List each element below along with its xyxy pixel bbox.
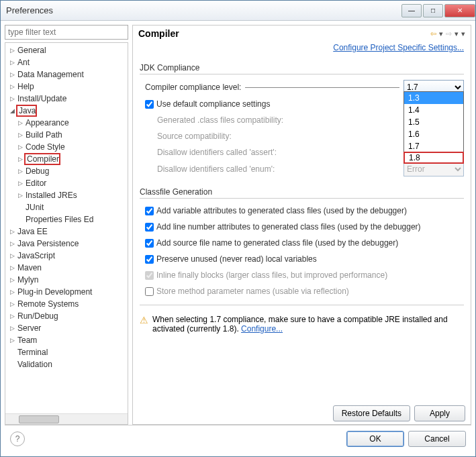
twisty-icon: ▷ [16, 119, 24, 126]
left-panel: ▷General▷Ant▷Data Management▷Help▷Instal… [5, 25, 128, 425]
twisty-icon: ▷ [8, 289, 16, 295]
tree-item-terminal[interactable]: Terminal [5, 346, 128, 358]
tree-item-label: Properties Files Ed [24, 215, 93, 224]
dropdown-option-1-5[interactable]: 1.5 [404, 116, 463, 128]
twisty-icon: ▷ [16, 144, 24, 150]
dropdown-option-1-6[interactable]: 1.6 [404, 128, 463, 140]
src-file-checkbox[interactable] [145, 239, 154, 248]
twisty-icon: ▷ [8, 264, 16, 271]
tree-item-label: Editor [24, 179, 46, 188]
store-label: Store method parameter names (usable via… [156, 287, 349, 296]
tree-item-label: Team [16, 336, 37, 345]
horizontal-scrollbar[interactable] [5, 413, 128, 424]
tree-item-label: Data Management [16, 70, 84, 79]
preserve-checkbox[interactable] [145, 255, 154, 264]
cancel-button[interactable]: Cancel [408, 431, 466, 447]
apply-button[interactable]: Apply [414, 405, 465, 421]
tree-item-label: JavaScript [16, 251, 55, 260]
tree-item-javascript[interactable]: ▷JavaScript [5, 250, 128, 262]
tree-item-team[interactable]: ▷Team [5, 334, 128, 346]
filter-input[interactable] [5, 25, 128, 40]
inline-checkbox [145, 271, 154, 280]
tree-item-server[interactable]: ▷Server [5, 322, 128, 334]
tree-item-remote-systems[interactable]: ▷Remote Systems [5, 298, 128, 310]
tree-item-label: Ant [16, 58, 30, 67]
tree-item-general[interactable]: ▷General [5, 44, 128, 56]
tree-item-label: Debug [24, 166, 49, 176]
twisty-icon: ▷ [16, 168, 24, 174]
tree-item-code-style[interactable]: ▷Code Style [5, 141, 128, 153]
compliance-level-label: Compiler compliance level: [145, 83, 241, 92]
maximize-button[interactable]: □ [423, 4, 443, 17]
tree-item-maven[interactable]: ▷Maven [5, 262, 128, 274]
tree-item-java-ee[interactable]: ▷Java EE [5, 225, 128, 238]
minimize-button[interactable]: — [401, 4, 422, 17]
tree-item-mylyn[interactable]: ▷Mylyn [5, 274, 128, 286]
restore-defaults-button[interactable]: Restore Defaults [333, 405, 410, 421]
configure-link[interactable]: Configure... [241, 324, 283, 334]
tree-item-installed-jres[interactable]: ▷Installed JREs [5, 189, 128, 201]
tree-item-label: Help [16, 82, 34, 91]
tree-item-help[interactable]: ▷Help [5, 81, 128, 93]
var-attr-checkbox[interactable] [145, 207, 154, 215]
help-icon[interactable]: ? [10, 431, 25, 446]
ok-button[interactable]: OK [346, 431, 404, 447]
classfile-group-label: Classfile Generation [140, 187, 464, 197]
enum-label: Disallow identifiers called 'enum': [157, 164, 403, 174]
twisty-icon: ▷ [8, 71, 16, 78]
twisty-icon: ▷ [8, 313, 16, 319]
twisty-icon: ▷ [16, 156, 24, 162]
twisty-icon: ▷ [16, 132, 24, 138]
tree-item-properties-files-ed[interactable]: Properties Files Ed [5, 213, 128, 225]
dropdown-option-1-8[interactable]: 1.8 [403, 152, 464, 164]
preferences-window: Preferences — □ ✕ ▷General▷Ant▷Data Mana… [0, 0, 476, 457]
close-button[interactable]: ✕ [444, 4, 475, 17]
tree-item-build-path[interactable]: ▷Build Path [5, 129, 128, 141]
twisty-icon: ▷ [8, 301, 16, 307]
twisty-icon: ▷ [8, 59, 16, 66]
window-title: Preferences [6, 5, 400, 15]
twisty-icon: ▷ [8, 325, 16, 332]
tree-item-label: Plug-in Development [16, 287, 92, 297]
default-compliance-checkbox[interactable] [145, 100, 154, 109]
line-num-checkbox[interactable] [145, 223, 154, 232]
tree-item-validation[interactable]: Validation [5, 358, 128, 370]
tree-item-install-update[interactable]: ▷Install/Update [5, 93, 128, 105]
tree-item-label: Server [16, 323, 41, 333]
forward-icon[interactable]: ⇨ [446, 30, 452, 38]
dropdown-option-1-4[interactable]: 1.4 [404, 104, 463, 116]
tree-item-appearance[interactable]: ▷Appearance [5, 117, 128, 129]
inline-label: Inline finally blocks (larger class file… [156, 270, 387, 280]
tree-item-java-persistence[interactable]: ▷Java Persistence [5, 238, 128, 250]
back-drop-icon[interactable]: ▾ [439, 30, 443, 38]
store-checkbox[interactable] [145, 287, 154, 296]
tree-item-run-debug[interactable]: ▷Run/Debug [5, 310, 128, 322]
dropdown-option-1-7[interactable]: 1.7 [404, 140, 463, 152]
src-file-label: Add source file name to generated class … [156, 238, 398, 248]
tree-item-ant[interactable]: ▷Ant [5, 56, 128, 68]
tree-item-java[interactable]: ◢Java [5, 105, 128, 117]
tree-item-editor[interactable]: ▷Editor [5, 177, 128, 189]
dropdown-option-1-3[interactable]: 1.3 [404, 92, 463, 104]
tree-item-junit[interactable]: JUnit [5, 201, 128, 213]
tree-item-label: Build Path [24, 130, 62, 140]
tree-item-data-management[interactable]: ▷Data Management [5, 68, 128, 81]
fwd-drop-icon[interactable]: ▾ [455, 30, 459, 38]
back-icon[interactable]: ⇦ [430, 30, 436, 38]
twisty-icon: ◢ [8, 107, 16, 114]
tree-item-label: Remote Systems [16, 299, 79, 309]
tree-item-label: Run/Debug [16, 311, 58, 321]
menu-icon[interactable]: ▾ [461, 30, 465, 38]
compliance-dropdown[interactable]: 1.31.41.51.61.71.8 [403, 91, 464, 164]
jdk-group-label: JDK Compliance [140, 63, 464, 72]
tree-item-label: Installed JREs [24, 191, 77, 200]
tree-item-debug[interactable]: ▷Debug [5, 165, 128, 177]
project-settings-link[interactable]: Configure Project Specific Settings... [333, 43, 464, 52]
tree: ▷General▷Ant▷Data Management▷Help▷Instal… [5, 42, 128, 425]
twisty-icon: ▷ [8, 276, 16, 283]
tree-item-plug-in-development[interactable]: ▷Plug-in Development [5, 286, 128, 298]
tree-item-compiler[interactable]: ▷Compiler [5, 153, 128, 165]
twisty-icon: ▷ [8, 228, 16, 235]
tree-item-label: Java EE [16, 227, 48, 236]
nav-arrows: ⇦▾ ⇨▾ ▾ [430, 30, 465, 38]
